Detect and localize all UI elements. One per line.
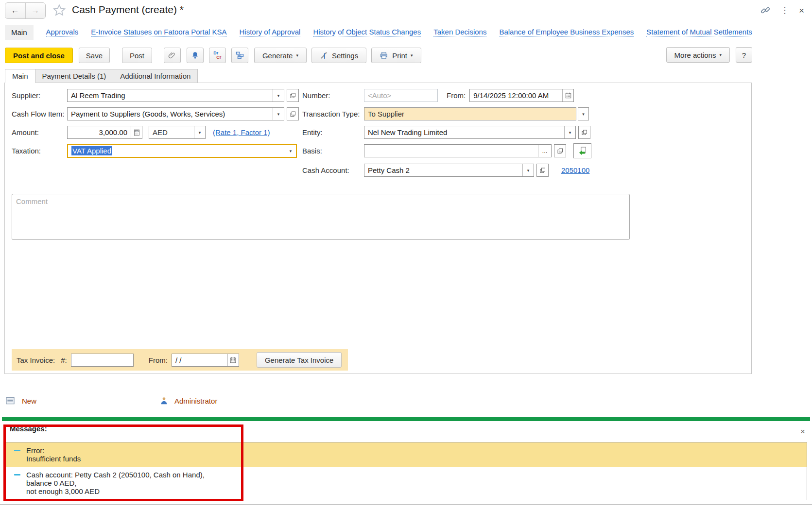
taxation-field-group: VAT Applied ▾: [67, 144, 297, 158]
number-field-group: [364, 89, 438, 102]
dr-cr-button[interactable]: DrCr: [209, 48, 226, 63]
more-actions-button[interactable]: More actions▾: [666, 47, 730, 63]
basis-ellipsis-button[interactable]: ...: [538, 145, 551, 157]
forward-arrow-icon: →: [31, 6, 39, 16]
print-button[interactable]: Print▾: [371, 48, 421, 63]
get-link-icon[interactable]: [760, 5, 771, 16]
taxation-value[interactable]: VAT Applied: [68, 145, 285, 157]
reminder-button[interactable]: [187, 48, 204, 63]
from-date-input[interactable]: [470, 89, 562, 102]
nav-link-employee-expenses[interactable]: Balance of Employee Business Expenses: [499, 28, 634, 37]
tab-payment-details[interactable]: Payment Details (1): [35, 69, 114, 83]
post-button[interactable]: Post: [122, 48, 152, 63]
cash-flow-item-field-group: ▾: [67, 107, 284, 120]
kebab-menu-icon[interactable]: ⋮: [780, 6, 789, 15]
save-button[interactable]: Save: [79, 48, 110, 63]
status-user-text[interactable]: Administrator: [174, 397, 217, 405]
cash-account-dropdown-icon[interactable]: ▾: [522, 164, 534, 176]
nav-link-mutual-settlements[interactable]: Statement of Mutual Settlements: [646, 28, 752, 37]
transaction-type-dropdown-icon[interactable]: ▾: [578, 107, 589, 120]
tax-invoice-number-input[interactable]: [71, 354, 133, 366]
document-state-text[interactable]: New: [22, 397, 36, 405]
cash-account-field-group: ▾: [364, 164, 534, 177]
amount-row: Amount: AED ▾ (Rate 1, Factor 1): [12, 126, 303, 139]
nav-item-main[interactable]: Main: [5, 25, 34, 40]
tax-invoice-calendar-icon[interactable]: [227, 354, 239, 366]
taxation-label: Taxation:: [12, 147, 67, 155]
generate-button[interactable]: Generate▾: [254, 48, 307, 63]
taxation-dropdown-icon[interactable]: ▾: [285, 145, 296, 157]
account-code-link[interactable]: 2050100: [561, 166, 589, 174]
entity-open-button[interactable]: [578, 126, 590, 139]
message-item-error[interactable]: Error: Insufficient funds: [5, 442, 807, 467]
cash-account-input[interactable]: [364, 164, 522, 176]
entity-dropdown-icon[interactable]: ▾: [564, 126, 575, 138]
cash-flow-item-open-button[interactable]: [287, 107, 299, 120]
related-documents-icon: [235, 51, 244, 60]
favorite-star-icon[interactable]: [52, 3, 66, 17]
calendar-icon[interactable]: [562, 89, 573, 102]
nav-link-history-of-approval[interactable]: History of Approval: [240, 28, 301, 37]
bottom-separator: [0, 504, 812, 505]
cash-flow-item-dropdown-icon[interactable]: ▾: [273, 108, 284, 120]
basis-label: Basis:: [302, 147, 364, 155]
supplier-input[interactable]: [68, 89, 273, 102]
post-and-close-button[interactable]: Post and close: [5, 48, 73, 63]
entity-input[interactable]: [364, 126, 564, 138]
cash-account-label: Cash Account:: [302, 166, 364, 174]
cash-flow-item-label: Cash Flow Item:: [12, 110, 67, 118]
dr-cr-icon: DrCr: [213, 51, 221, 60]
currency-value[interactable]: AED: [149, 126, 194, 138]
cash-account-open-button[interactable]: [536, 164, 549, 177]
chevron-down-icon: ▾: [411, 53, 413, 58]
cash-flow-item-input[interactable]: [68, 108, 273, 120]
main-form-panel: Supplier: ▾ Cash Flow Item: ▾: [4, 83, 752, 374]
settings-button[interactable]: Settings: [311, 48, 366, 63]
related-documents-button[interactable]: [231, 48, 248, 63]
calculator-icon[interactable]: [131, 126, 142, 138]
page-title: Cash Payment (create) *: [72, 4, 184, 16]
toolbar: Post and close Save Post DrCr Generate▾: [5, 47, 812, 64]
nav-link-history-object-status[interactable]: History of Object Status Changes: [313, 28, 421, 37]
printer-icon: [380, 51, 388, 60]
document-state-icon: [6, 397, 15, 405]
nav-link-taken-decisions[interactable]: Taken Decisions: [433, 28, 486, 37]
supplier-dropdown-icon[interactable]: ▾: [273, 89, 284, 102]
supplier-label: Supplier:: [12, 91, 67, 100]
close-window-icon[interactable]: ×: [799, 6, 804, 15]
entity-label: Entity:: [302, 128, 364, 136]
nav-link-einvoice-statuses[interactable]: E-Invoice Statuses on Fatoora Portal KSA: [91, 28, 226, 37]
basis-open-button[interactable]: [554, 144, 566, 157]
rate-factor-link[interactable]: (Rate 1, Factor 1): [213, 128, 270, 136]
forward-button[interactable]: →: [26, 3, 46, 18]
messages-close-icon[interactable]: ×: [800, 427, 805, 436]
tax-invoice-date-input[interactable]: [172, 354, 227, 366]
tax-invoice-date-group: [172, 354, 239, 367]
tax-invoice-number-group: [71, 354, 134, 367]
supplier-open-button[interactable]: [287, 89, 299, 102]
cash-payment-window: ← → Cash Payment (create) * ⋮ × Main App…: [0, 0, 812, 509]
tab-main[interactable]: Main: [5, 69, 35, 83]
attach-file-button[interactable]: [164, 48, 181, 63]
supplier-field-group: ▾: [67, 89, 284, 102]
chevron-down-icon: ▾: [296, 53, 298, 58]
currency-dropdown-icon[interactable]: ▾: [194, 126, 205, 138]
message-item-detail[interactable]: Cash account: Petty Cash 2 (2050100, Cas…: [5, 467, 807, 499]
help-button[interactable]: ?: [736, 47, 752, 63]
amount-input[interactable]: [68, 126, 131, 138]
taxation-row: Taxation: VAT Applied ▾: [12, 144, 303, 157]
message-bullet-icon: [14, 450, 20, 451]
nav-link-approvals[interactable]: Approvals: [46, 28, 79, 37]
basis-input[interactable]: [364, 145, 538, 157]
transaction-type-value[interactable]: To Supplier: [364, 108, 576, 120]
tax-invoice-number-label: #:: [61, 356, 67, 364]
back-button[interactable]: ←: [5, 3, 26, 18]
number-input[interactable]: [364, 89, 437, 102]
tab-additional-information[interactable]: Additional Information: [113, 69, 198, 83]
fill-from-basis-button[interactable]: [573, 143, 591, 158]
comment-textarea[interactable]: [12, 194, 630, 240]
bell-icon: [191, 51, 199, 60]
generate-tax-invoice-button[interactable]: Generate Tax Invoice: [257, 352, 342, 368]
tax-invoice-from-label: From:: [149, 356, 168, 364]
form-tabs: Main Payment Details (1) Additional Info…: [5, 69, 198, 83]
